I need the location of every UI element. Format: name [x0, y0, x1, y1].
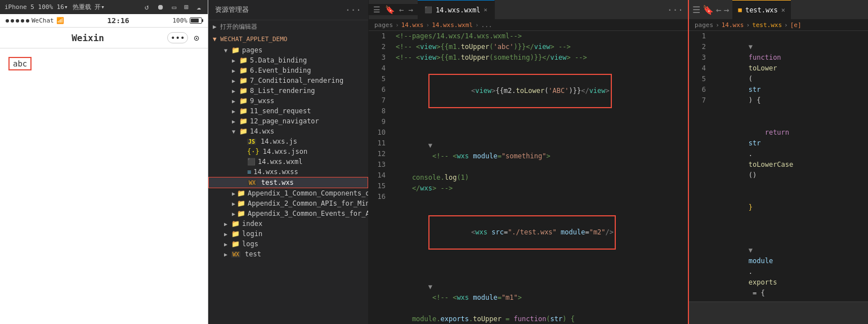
cloud-icon[interactable]: ☁ [194, 2, 203, 12]
right-tab-close-icon[interactable]: × [781, 6, 785, 14]
main-tab-14wxml[interactable]: ⬛ 14.wxs.wxml × [418, 0, 495, 19]
battery-pct: 100% [172, 17, 187, 24]
14wxml-tab-close-icon[interactable]: × [484, 6, 487, 14]
tree-file-testwxs[interactable]: WX test.wxs [208, 177, 368, 188]
right-tab-label: test.wxs [745, 6, 778, 14]
tab-more-icon[interactable]: ··· [663, 5, 688, 15]
tree-folder-appendix3[interactable]: ▶ 📁 Appendix_3_Common_Events_for_Apple..… [208, 208, 368, 219]
appendix1-arrow-icon: ▶ [232, 190, 235, 197]
tree-folder-11send[interactable]: ▶ 📁 11_send_request [208, 106, 368, 116]
12page-arrow-icon: ▶ [232, 118, 238, 125]
right-tab-testwxs[interactable]: ■ test.wxs × [732, 0, 791, 19]
code-line-1: <!--pages/14.wxs/14.wxs.wxml--> [396, 31, 682, 42]
tree-folder-appendix2[interactable]: ▶ 📁 Appendix_2_Common_APIs_for_Mini_Pr..… [208, 198, 368, 208]
toggle-sidebar-icon[interactable]: ☰ [373, 5, 381, 14]
right-panel-scroll-area [689, 301, 868, 324]
tree-folder-14wxs[interactable]: ▼ 📁 14.wxs [208, 126, 368, 136]
phone-nav-icons: ••• ⊙ [167, 32, 199, 43]
tree-folder-pages[interactable]: ▼ 📁 pages [208, 45, 368, 55]
9wxss-arrow-icon: ▶ [232, 98, 238, 104]
device-icon[interactable]: ▭ [170, 2, 179, 12]
tree-folder-index[interactable]: ▶ 📁 index [208, 219, 368, 229]
tree-folder-test[interactable]: ▶ WX test [208, 249, 368, 259]
comment-12: <!-- <wxs module="m1"> [428, 294, 522, 301]
testwxs-file-icon: WX [248, 180, 257, 186]
right-bookmark-icon[interactable]: 🔖 [703, 5, 714, 15]
breadcrumb-sep3: › [475, 21, 479, 29]
editor-tabs-bar: ☰ 🔖 ← → ⬛ 14.wxs.wxml × ··· [369, 0, 688, 20]
tree-file-14json[interactable]: {·} 14.wxs.json [208, 147, 368, 157]
tree-file-14wxss[interactable]: ≡ 14.wxs.wxss [208, 167, 368, 177]
tree-folder-appendix1[interactable]: ▶ 📁 Appendix_1_Common_Components_of_... [208, 188, 368, 198]
back-nav-icon[interactable]: ← [399, 5, 404, 14]
right-forward-icon[interactable]: → [724, 5, 730, 15]
14wxs-label: 14.wxs [250, 127, 274, 135]
tree-folder-9wxss[interactable]: ▶ 📁 9_wxss [208, 96, 368, 106]
main-code-area[interactable]: 12345 678910 111213141516 <!--pages/14.w… [369, 31, 688, 324]
var-str: str [749, 139, 761, 147]
project-root-section[interactable]: ▼ WECHAT_APPLET_DEMO [208, 33, 368, 45]
comment-2: <!-- <view>{{m1.toUpper('abc')}}</view> … [396, 43, 571, 51]
tree-folder-8list[interactable]: ▶ 📁 8_List_rendering [208, 86, 368, 96]
tree-folder-login[interactable]: ▶ 📁 login [208, 229, 368, 239]
main-breadcrumb: pages › 14.wxs › 14.wxs.wxml › ... [369, 20, 688, 31]
right-panel-tabs-bar: ☰ 🔖 ← → ■ test.wxs × [689, 0, 868, 20]
comment-13: module.exports.toUpper = function(str) { [396, 315, 575, 323]
code-line-12: ▼ <!-- <wxs module="m1"> [396, 271, 682, 314]
tree-folder-5data[interactable]: ▶ 📁 5.Data_binding [208, 55, 368, 65]
code-line-10: <wxs src="./test.wxs" module="m2"/> [396, 205, 682, 260]
undo-icon[interactable]: ↺ [142, 2, 151, 12]
7cond-arrow-icon: ▶ [232, 78, 238, 84]
keyword-function: function [749, 54, 785, 61]
12page-label: 12_page_navigator [250, 117, 319, 125]
14wxml-tab-icon: ⬛ [424, 6, 432, 14]
record-icon[interactable]: ⏺ [155, 2, 167, 12]
right-toggle-icon[interactable]: ☰ [692, 5, 700, 15]
tree-file-14js[interactable]: JS 14.wxs.js [208, 136, 368, 147]
14js-file-icon: JS [247, 139, 256, 145]
14wxml-label: 14.wxs.wxml [258, 158, 302, 166]
sidebar-more-icon[interactable]: ··· [345, 5, 361, 15]
open-editors-section[interactable]: ▶ 打开的编辑器 [208, 20, 368, 33]
device-label: iPhone 5 100% 16▾ [5, 3, 68, 11]
right-arrow-1: ▼ [749, 43, 757, 51]
appendix2-label: Appendix_2_Common_APIs_for_Mini_Pr... [248, 199, 368, 207]
tree-folder-6event[interactable]: ▶ 📁 6.Event_binding [208, 65, 368, 76]
right-back-icon[interactable]: ← [716, 5, 722, 15]
forward-nav-icon[interactable]: → [408, 5, 413, 14]
brace-close-3: } [749, 203, 753, 211]
nav-dots-icon[interactable]: ••• [167, 32, 188, 43]
test-label: test [245, 250, 261, 258]
hot-reload-label[interactable]: 热重载 开▾ [73, 3, 105, 11]
right-breadcrumb-end: [e] [790, 21, 802, 29]
appendix3-arrow-icon: ▶ [232, 211, 235, 217]
breadcrumb-text: pages [374, 21, 393, 29]
phone-nav-title: Weixin [71, 33, 104, 43]
parens-2: () [749, 171, 757, 179]
tree-folder-7cond[interactable]: ▶ 📁 7_Conditional_rendering [208, 76, 368, 86]
right-code-area[interactable]: 1234567 ▼ function toLower ( str ) { ret… [689, 31, 868, 301]
tree-file-14wxml[interactable]: ⬛ 14.wxs.wxml [208, 157, 368, 167]
nav-record-icon[interactable]: ⊙ [194, 33, 199, 43]
tree-folder-12page[interactable]: ▶ 📁 12_page_navigator [208, 116, 368, 126]
breadcrumb-sep2: › [426, 21, 430, 29]
logs-arrow-icon: ▶ [224, 241, 230, 247]
code-line-13: module.exports.toUpper = function(str) { [396, 314, 682, 324]
toolbar-left: iPhone 5 100% 16▾ 热重载 开▾ [5, 3, 105, 11]
assign-eq: = { [749, 289, 765, 297]
6event-label: 6.Event_binding [250, 66, 311, 74]
logs-folder-icon: 📁 [231, 240, 240, 248]
5data-arrow-icon: ▶ [232, 57, 238, 64]
7cond-folder-icon: 📁 [239, 77, 248, 85]
14wxss-file-icon: ≡ [247, 168, 251, 176]
9wxss-folder-icon: 📁 [239, 97, 248, 105]
right-testwxs-file-icon: ■ [738, 6, 742, 14]
split-icon[interactable]: ⊞ [182, 2, 191, 12]
tree-folder-logs[interactable]: ▶ 📁 logs [208, 239, 368, 249]
right-breadcrumb-14wxs: 14.wxs [722, 21, 744, 29]
wifi-icon: 📶 [56, 17, 64, 24]
14wxs-folder-icon: 📁 [239, 127, 248, 135]
bookmark-icon[interactable]: 🔖 [385, 5, 395, 14]
8list-folder-icon: 📁 [239, 87, 248, 95]
project-name-label: ▼ WECHAT_APPLET_DEMO [213, 35, 287, 43]
